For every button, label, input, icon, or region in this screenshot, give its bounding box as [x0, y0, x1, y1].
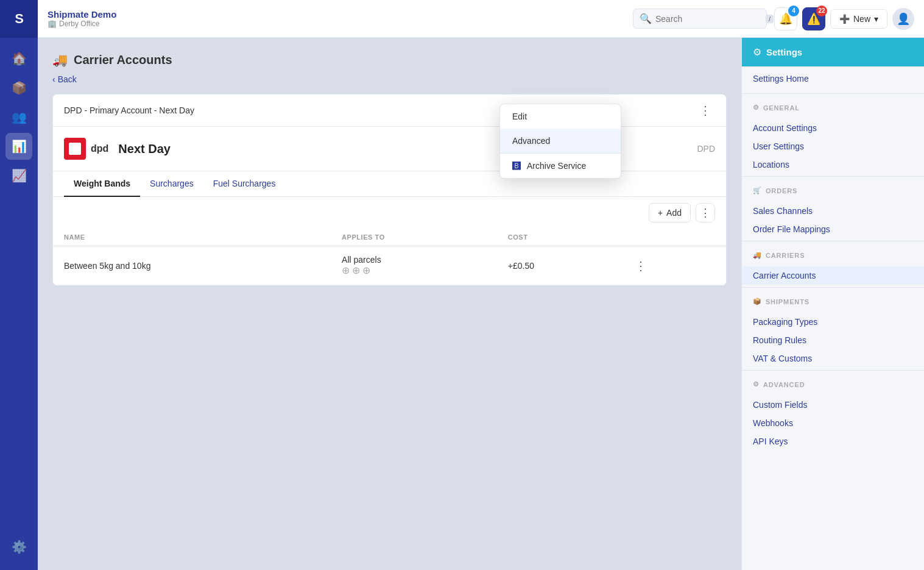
brand-sub: 🏢 Derby Office	[48, 20, 626, 28]
sidebar-item-cube[interactable]: 📦	[5, 74, 32, 101]
service-tabs: Weight Bands Surcharges Fuel Surcharges	[53, 171, 726, 197]
bell-button[interactable]: 🔔 4	[774, 7, 797, 30]
sidebar-item-chart[interactable]: 📊	[5, 133, 32, 160]
office-icon: 🏢	[48, 20, 57, 28]
archive-icon: 🅱	[512, 161, 521, 171]
dpd-box-inner	[69, 143, 81, 155]
warning-button[interactable]: ⚠️ 22	[802, 7, 825, 30]
main-sidebar: S 🏠 📦 👥 📊 📈 ⚙️	[0, 0, 38, 570]
section-title-carriers: 🚚 CARRIERS	[753, 251, 913, 259]
carrier-accounts-icon: 🚚	[52, 52, 68, 67]
search-icon: 🔍	[640, 13, 652, 24]
cart-icon: 🛒	[753, 187, 762, 194]
dpd-label: dpd	[91, 143, 108, 154]
settings-home-link[interactable]: Settings Home	[742, 66, 924, 91]
section-title-orders: 🛒 ORDERS	[753, 187, 913, 194]
back-label: Back	[58, 74, 77, 84]
truck-icon: 🚚	[753, 251, 762, 259]
brand-sub-text: Derby Office	[59, 20, 99, 28]
main-wrapper: Shipmate Demo 🏢 Derby Office 🔍 / 🔔 4 ⚠️ …	[38, 0, 924, 570]
sidebar-bottom: ⚙️	[5, 533, 32, 570]
new-button[interactable]: ➕ New ▾	[830, 9, 887, 29]
settings-section-advanced: ⚙ ADVANCED	[742, 373, 924, 396]
sidebar-item-home[interactable]: 🏠	[5, 45, 32, 72]
icon-circle1: ⊕	[342, 265, 350, 276]
main-content: 🚚 Carrier Accounts ‹ Back DPD - Primary …	[38, 38, 741, 570]
bell-badge: 4	[788, 5, 799, 16]
account-card: DPD - Primary Account - Next Day ⋮ dpd N…	[52, 94, 727, 286]
section-divider-2	[742, 176, 924, 177]
settings-header-title: Settings	[766, 47, 802, 57]
link-api-keys[interactable]: API Keys	[742, 432, 924, 451]
col-cost: Cost	[497, 229, 620, 246]
page-title: Carrier Accounts	[74, 53, 172, 67]
sidebar-item-settings[interactable]: ⚙️	[5, 533, 32, 560]
content-area: 🚚 Carrier Accounts ‹ Back DPD - Primary …	[38, 38, 924, 570]
tab-surcharges[interactable]: Surcharges	[140, 171, 203, 197]
dropdown-item-edit[interactable]: Edit	[500, 104, 621, 129]
add-label: Add	[666, 208, 682, 218]
link-webhooks[interactable]: Webhooks	[742, 414, 924, 432]
col-actions	[620, 229, 726, 246]
dropdown-item-advanced[interactable]: Advanced	[500, 129, 621, 153]
sidebar-logo[interactable]: S	[0, 0, 38, 38]
link-vat-customs[interactable]: VAT & Customs	[742, 349, 924, 368]
sidebar-item-people[interactable]: 👥	[5, 104, 32, 130]
settings-section-orders: 🛒 ORDERS	[742, 179, 924, 202]
link-account-settings[interactable]: Account Settings	[742, 119, 924, 137]
brand-name: Shipmate Demo	[48, 9, 626, 20]
section-title-advanced: ⚙ ADVANCED	[753, 380, 913, 388]
service-name: Next Day	[118, 142, 171, 156]
table-row: Between 5kg and 10kg All parcels ⊕ ⊕ ⊕ +…	[53, 246, 726, 285]
user-avatar[interactable]: 👤	[892, 8, 914, 30]
settings-section-general: ⚙ GENERAL	[742, 96, 924, 119]
icon-circle2: ⊕	[352, 265, 360, 276]
tab-fuel-surcharges[interactable]: Fuel Surcharges	[203, 171, 286, 197]
row-menu-button[interactable]: ⋮	[631, 258, 651, 273]
icon-circle3: ⊕	[362, 265, 370, 276]
card-menu-button[interactable]: ⋮	[696, 103, 715, 118]
link-routing-rules[interactable]: Routing Rules	[742, 331, 924, 349]
section-divider-3	[742, 241, 924, 241]
sidebar-nav: 🏠 📦 👥 📊 📈	[5, 38, 32, 533]
link-packaging-types[interactable]: Packaging Types	[742, 313, 924, 331]
row-applies-to: All parcels ⊕ ⊕ ⊕	[331, 246, 497, 285]
weight-bands-table: Name Applies To Cost Between 5kg and 10k…	[53, 229, 726, 285]
new-label: New	[853, 14, 870, 24]
gear-icon-general: ⚙	[753, 104, 760, 112]
sidebar-item-trending[interactable]: 📈	[5, 162, 32, 189]
archive-label: Archive Service	[527, 161, 586, 171]
settings-section-shipments: 📦 SHIPMENTS	[742, 290, 924, 313]
search-bar[interactable]: 🔍 /	[633, 9, 767, 29]
settings-section-carriers: 🚚 CARRIERS	[742, 244, 924, 266]
card-header: DPD - Primary Account - Next Day ⋮	[53, 94, 726, 127]
add-button[interactable]: + Add	[649, 203, 691, 223]
advanced-gear-icon: ⚙	[753, 380, 760, 388]
section-title-shipments: 📦 SHIPMENTS	[753, 297, 913, 305]
link-locations[interactable]: Locations	[742, 155, 924, 174]
page-header: 🚚 Carrier Accounts	[52, 52, 727, 67]
right-sidebar: ⚙ Settings Settings Home ⚙ GENERAL Accou…	[741, 38, 924, 570]
dropdown-item-archive[interactable]: 🅱 Archive Service	[500, 154, 621, 178]
section-title-general: ⚙ GENERAL	[753, 104, 913, 112]
link-custom-fields[interactable]: Custom Fields	[742, 396, 924, 414]
link-order-file-mappings[interactable]: Order File Mappings	[742, 220, 924, 238]
shipments-icon: 📦	[753, 297, 762, 305]
logo-text: S	[15, 11, 23, 27]
link-user-settings[interactable]: User Settings	[742, 137, 924, 155]
row-actions: ⋮	[620, 246, 726, 285]
chevron-down-icon: ▾	[874, 14, 878, 24]
applies-to-icons: ⊕ ⊕ ⊕	[342, 265, 486, 276]
table-options-button[interactable]: ⋮	[696, 203, 715, 223]
warning-badge: 22	[816, 5, 827, 16]
search-input[interactable]	[655, 14, 762, 24]
service-header: dpd Next Day DPD	[53, 127, 726, 171]
settings-gear-icon: ⚙	[753, 46, 761, 58]
chevron-left-icon: ‹	[52, 74, 55, 84]
tab-weight-bands[interactable]: Weight Bands	[64, 171, 140, 197]
back-link[interactable]: ‹ Back	[52, 74, 727, 84]
col-applies-to: Applies To	[331, 229, 497, 246]
link-carrier-accounts[interactable]: Carrier Accounts	[742, 266, 924, 285]
edit-label: Edit	[512, 112, 527, 121]
link-sales-channels[interactable]: Sales Channels	[742, 202, 924, 220]
